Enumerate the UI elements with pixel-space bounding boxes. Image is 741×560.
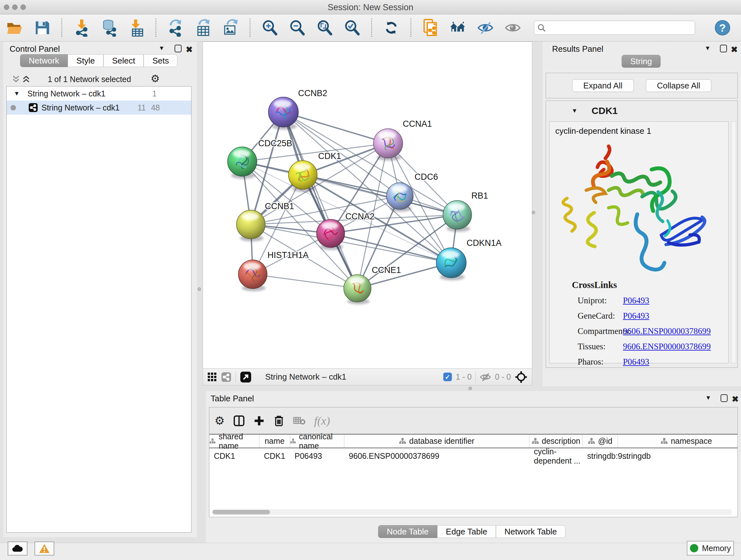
network-node[interactable] xyxy=(387,183,413,212)
toolbar-search[interactable] xyxy=(534,21,695,35)
crosslink-link[interactable]: P06493 xyxy=(623,296,650,306)
control-panel-float-icon[interactable] xyxy=(175,45,182,52)
network-node[interactable] xyxy=(374,129,403,161)
crosslink-link[interactable]: P06493 xyxy=(623,311,650,321)
network-node[interactable] xyxy=(227,147,257,179)
cell-id[interactable]: stringdb:9... xyxy=(583,449,618,463)
table-options-gear-icon[interactable]: ⚙ xyxy=(214,415,225,427)
expand-all-button[interactable]: Expand All xyxy=(572,79,634,92)
left-splitter-handle[interactable] xyxy=(198,287,201,291)
cell-shared-name[interactable]: CDK1 xyxy=(209,449,259,463)
results-panel-float-icon[interactable] xyxy=(720,45,727,52)
tab-edge-table[interactable]: Edge Table xyxy=(437,525,496,538)
results-scrollbar[interactable] xyxy=(731,121,736,363)
results-panel-menu-icon[interactable]: ▼ xyxy=(704,45,711,52)
column-header[interactable]: @id xyxy=(583,435,618,448)
cell-description[interactable]: cyclin-dependent ... xyxy=(529,449,583,463)
table-panel-menu-icon[interactable]: ▼ xyxy=(705,394,711,401)
results-panel-close-icon[interactable]: ✖ xyxy=(731,45,738,55)
tab-select[interactable]: Select xyxy=(104,54,144,67)
function-builder-icon[interactable]: f(x) xyxy=(314,414,330,428)
table-horizontal-scrollbar[interactable] xyxy=(212,509,732,515)
right-splitter-handle[interactable] xyxy=(532,211,535,214)
hidden-items-eye-icon[interactable] xyxy=(480,373,491,381)
collapse-all-button[interactable]: Collapse All xyxy=(646,79,712,92)
network-graph[interactable]: CCNB2CCNA1CDC25BCDK1CDC6RB1CCNB1CCNA2CDK… xyxy=(203,42,532,368)
birdseye-grid-icon[interactable] xyxy=(207,372,217,382)
column-header[interactable]: description xyxy=(529,435,583,448)
column-header[interactable]: shared name xyxy=(209,435,259,448)
copy-network-icon[interactable] xyxy=(422,19,439,37)
cloud-status-button[interactable] xyxy=(8,542,27,556)
delete-column-trash-icon[interactable] xyxy=(273,415,285,427)
network-node[interactable] xyxy=(344,274,371,304)
delete-table-icon[interactable] xyxy=(293,416,306,426)
network-node[interactable] xyxy=(317,219,345,250)
zoom-in-icon[interactable] xyxy=(261,19,278,37)
scrollbar-thumb[interactable] xyxy=(212,510,270,514)
table-panel-float-icon[interactable] xyxy=(721,394,728,402)
show-columns-icon[interactable] xyxy=(233,415,245,427)
import-table-icon[interactable] xyxy=(128,19,145,37)
network-node[interactable] xyxy=(237,210,265,241)
control-panel-menu-icon[interactable]: ▼ xyxy=(158,45,165,52)
crosslink-link[interactable]: 9606.ENSP00000378699 xyxy=(623,326,711,336)
network-node[interactable] xyxy=(288,161,317,192)
gene-collapse-icon[interactable]: ▼ xyxy=(571,107,578,114)
import-network-database-icon[interactable] xyxy=(100,19,117,37)
network-canvas[interactable]: CCNB2CCNA1CDC25BCDK1CDC6RB1CCNB1CCNA2CDK… xyxy=(203,42,532,369)
zoom-fit-icon[interactable] xyxy=(316,19,333,37)
memory-button[interactable]: Memory xyxy=(687,541,734,556)
cell-name[interactable]: CDK1 xyxy=(259,449,290,463)
zoom-out-icon[interactable] xyxy=(289,19,306,37)
import-network-file-icon[interactable] xyxy=(73,19,90,37)
selected-nodes-checkbox[interactable]: ✓ xyxy=(443,373,452,381)
tab-style[interactable]: Style xyxy=(68,54,104,67)
cell-database-identifier[interactable]: 9606.ENSP00000378699 xyxy=(344,449,529,463)
tab-network[interactable]: Network xyxy=(20,54,68,67)
hide-selected-eye-icon[interactable] xyxy=(477,19,494,37)
network-edge[interactable] xyxy=(253,274,357,288)
help-button[interactable]: ? xyxy=(715,20,730,36)
gene-section-header[interactable]: ▼ CDK1 xyxy=(546,101,738,121)
table-row[interactable]: CDK1 CDK1 P06493 9606.ENSP00000378699 cy… xyxy=(209,449,738,463)
crosslink-link[interactable]: 9606.ENSP00000378699 xyxy=(623,341,711,352)
network-node[interactable] xyxy=(436,248,466,280)
network-edge[interactable] xyxy=(331,233,451,263)
refresh-icon[interactable] xyxy=(383,19,400,37)
add-column-icon[interactable] xyxy=(253,415,265,427)
search-input[interactable] xyxy=(548,23,689,32)
network-options-gear-icon[interactable]: ⚙ xyxy=(151,73,160,84)
crosslink-link[interactable]: P06493 xyxy=(623,357,650,367)
warning-status-button[interactable] xyxy=(35,542,54,556)
tab-string[interactable]: String xyxy=(622,55,661,68)
network-node[interactable] xyxy=(443,200,472,232)
bottom-splitter-handle[interactable] xyxy=(468,387,472,390)
export-network-icon[interactable] xyxy=(167,19,184,37)
column-header[interactable]: database identifier xyxy=(344,435,529,448)
column-header[interactable]: namespace xyxy=(618,435,738,448)
open-in-new-window-icon[interactable] xyxy=(240,372,251,382)
table-panel-close-icon[interactable]: ✖ xyxy=(732,394,739,404)
home-icon[interactable] xyxy=(450,19,466,37)
zoom-selected-icon[interactable] xyxy=(344,19,360,37)
network-share-icon[interactable] xyxy=(221,372,231,382)
tab-node-table[interactable]: Node Table xyxy=(378,525,437,538)
control-panel-close-icon[interactable]: ✖ xyxy=(186,45,193,55)
cell-namespace[interactable]: stringdb xyxy=(618,449,738,463)
fit-content-crosshair-icon[interactable] xyxy=(515,371,528,383)
column-header[interactable]: canonical name xyxy=(290,435,344,448)
export-image-icon[interactable] xyxy=(222,19,239,37)
network-node[interactable] xyxy=(239,260,267,291)
export-table-icon[interactable] xyxy=(195,19,211,37)
cell-canonical-name[interactable]: P06493 xyxy=(290,449,344,463)
network-collection-row[interactable]: ▼ String Network – cdk1 1 xyxy=(7,86,191,101)
tab-network-table[interactable]: Network Table xyxy=(496,525,565,538)
show-all-eye-icon[interactable] xyxy=(504,19,521,37)
tab-sets[interactable]: Sets xyxy=(144,54,178,67)
collection-expand-icon[interactable]: ▼ xyxy=(14,90,20,97)
save-session-icon[interactable] xyxy=(34,19,51,37)
network-edge[interactable] xyxy=(283,112,388,143)
column-header[interactable]: name xyxy=(259,435,290,448)
network-row[interactable]: String Network – cdk1 11 48 xyxy=(7,101,191,115)
